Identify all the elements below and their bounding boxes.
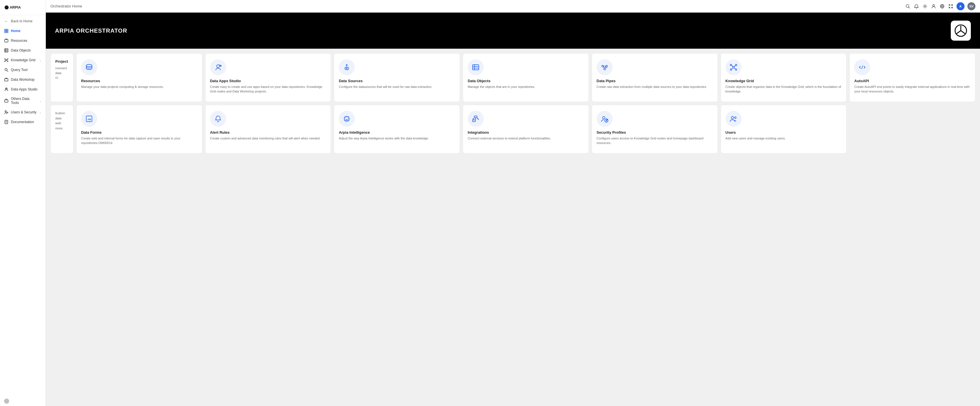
card-title-data-forms: Data Forms — [81, 130, 102, 135]
card-icon-alert-rules — [210, 111, 226, 127]
card-title-resources: Resources — [81, 79, 100, 83]
svg-rect-39 — [951, 7, 953, 8]
partial-card-left-row2[interactable]: licationdatawebmore. — [51, 105, 73, 154]
card-integrations[interactable]: Integrations Connect external services t… — [463, 105, 589, 154]
card-knowledge-grid[interactable]: Knowledge Grid Create objects that organ… — [721, 53, 847, 102]
resources-icon — [4, 38, 9, 43]
card-autoapi[interactable]: AutoAPI Create AutoAPI end points to eas… — [850, 53, 975, 102]
svg-rect-37 — [951, 4, 953, 6]
card-data-objects[interactable]: Data Objects Manage the objects that are… — [463, 53, 589, 102]
topbar-icons: A SV — [905, 2, 975, 10]
card-icon-security-profiles — [597, 111, 612, 127]
card-desc-data-apps-studio: Create easy to create and use apps based… — [210, 85, 326, 94]
card-desc-data-sources: Configure the datasources that will be u… — [339, 85, 432, 89]
svg-line-62 — [732, 68, 733, 69]
chevron-down-icon: ⌄ — [39, 99, 41, 103]
svg-point-55 — [733, 67, 734, 68]
svg-text:ARPIA: ARPIA — [10, 5, 21, 10]
svg-line-60 — [732, 65, 733, 67]
settings-icon[interactable] — [922, 3, 928, 9]
svg-line-64 — [862, 65, 863, 69]
svg-point-27 — [5, 111, 6, 112]
card-desc-data-pipes: Create raw data extraction from multiple… — [597, 85, 707, 89]
svg-point-15 — [8, 61, 8, 62]
card-icon-knowledge-grid — [725, 59, 741, 75]
card-title-data-pipes: Data Pipes — [597, 79, 616, 83]
svg-rect-7 — [5, 49, 8, 52]
card-data-apps-studio[interactable]: Data Apps Studio Create easy to create a… — [205, 53, 331, 102]
card-icon-arpia-intelligence: AI — [339, 111, 355, 127]
search-icon[interactable] — [905, 3, 911, 9]
sidebar-item-data-objects[interactable]: Data Objects — [0, 46, 46, 55]
sidebar-item-data-apps-studio[interactable]: Data Apps Studio — [0, 84, 46, 94]
card-arpia-intelligence[interactable]: AI Arpia Intelligence Adjust the way Arp… — [334, 105, 460, 154]
svg-point-54 — [604, 68, 606, 70]
card-title-users: Users — [725, 130, 736, 135]
sidebar-item-query-tool[interactable]: Query Tool — [0, 65, 46, 75]
card-users[interactable]: Users Add new users and manage existing … — [721, 105, 847, 154]
bell-icon[interactable] — [913, 3, 919, 9]
card-desc-resources: Manage your data projects computing & st… — [81, 85, 164, 89]
user-avatar-a[interactable]: A — [956, 2, 964, 10]
svg-point-12 — [5, 59, 5, 59]
svg-point-56 — [730, 64, 732, 66]
person-icon[interactable] — [931, 3, 937, 9]
logo: ARPIA — [0, 0, 46, 15]
user-avatar-sv[interactable]: SV — [967, 2, 975, 10]
svg-rect-22 — [5, 79, 8, 81]
svg-point-11 — [6, 60, 7, 61]
sidebar-item-home[interactable]: Home — [0, 26, 46, 36]
card-resources[interactable]: Resources Manage your data projects comp… — [76, 53, 202, 102]
sidebar-item-others-data-tools[interactable]: Others Data Tools ⌄ — [0, 94, 46, 107]
topbar: Orchestrator Home A SV — [46, 0, 980, 13]
sidebar-item-knowledge-grid[interactable]: Knowledge Grid ⌄ — [0, 55, 46, 65]
card-desc-integrations: Connect external services to extend plat… — [468, 136, 551, 141]
svg-rect-2 — [5, 29, 6, 31]
svg-line-32 — [908, 7, 910, 8]
svg-point-20 — [5, 68, 7, 71]
cards-row-2: licationdatawebmore. AB Data Forms Creat… — [51, 105, 975, 154]
sidebar-item-data-workshop[interactable]: Data Workshop — [0, 75, 46, 84]
card-data-sources[interactable]: Data Sources Configure the datasources t… — [334, 53, 460, 102]
globe-icon[interactable] — [939, 3, 945, 9]
svg-rect-4 — [5, 31, 6, 33]
card-data-forms[interactable]: AB Data Forms Create web and internal fo… — [76, 105, 202, 154]
sidebar-status-dot — [4, 398, 9, 404]
svg-line-18 — [5, 60, 6, 61]
data-apps-icon — [4, 87, 9, 92]
chevron-down-icon: ⌄ — [39, 111, 41, 114]
svg-point-41 — [86, 64, 92, 67]
svg-point-57 — [735, 64, 737, 66]
svg-line-21 — [7, 71, 8, 72]
card-title-security-profiles: Security Profiles — [597, 130, 626, 135]
sidebar-item-users-security[interactable]: Users & Security ⌄ — [0, 107, 46, 117]
card-alert-rules[interactable]: Alert Rules Create custom and advanced d… — [205, 105, 331, 154]
svg-point-33 — [924, 5, 926, 7]
documentation-icon — [4, 120, 9, 124]
hero-banner: ARPIA ORCHESTRATOR — [46, 13, 980, 49]
sidebar-item-documentation[interactable]: Documentation — [0, 117, 46, 127]
card-security-profiles[interactable]: Security Profiles Configure users access… — [592, 105, 718, 154]
card-desc-knowledge-grid: Create objects that organize data in the… — [725, 85, 842, 94]
svg-point-34 — [933, 5, 934, 6]
partial-card-left-row1[interactable]: Project ronmentdatact. — [51, 53, 73, 102]
sidebar-item-resources[interactable]: Resources — [0, 36, 46, 46]
svg-rect-48 — [473, 65, 479, 70]
svg-point-14 — [5, 61, 5, 62]
card-title-data-apps-studio: Data Apps Studio — [210, 79, 241, 83]
back-to-home[interactable]: ← Back to Home — [0, 16, 46, 26]
card-desc-data-forms: Create web and internal forms for data c… — [81, 136, 197, 146]
card-icon-data-sources — [339, 59, 355, 75]
card-icon-data-pipes — [597, 59, 612, 75]
svg-point-58 — [730, 69, 732, 70]
page-title: Orchestrator Home — [51, 4, 902, 8]
svg-point-73 — [476, 117, 476, 118]
card-title-data-objects: Data Objects — [468, 79, 490, 83]
grid-icon[interactable] — [948, 3, 954, 9]
main-content: Orchestrator Home A SV ARP — [46, 0, 980, 406]
svg-point-31 — [906, 5, 909, 8]
sidebar-nav: ← Back to Home Home — [0, 15, 46, 396]
card-data-pipes[interactable]: Data Pipes Create raw data extraction fr… — [592, 53, 718, 102]
svg-line-61 — [734, 65, 735, 67]
svg-rect-5 — [6, 31, 8, 33]
